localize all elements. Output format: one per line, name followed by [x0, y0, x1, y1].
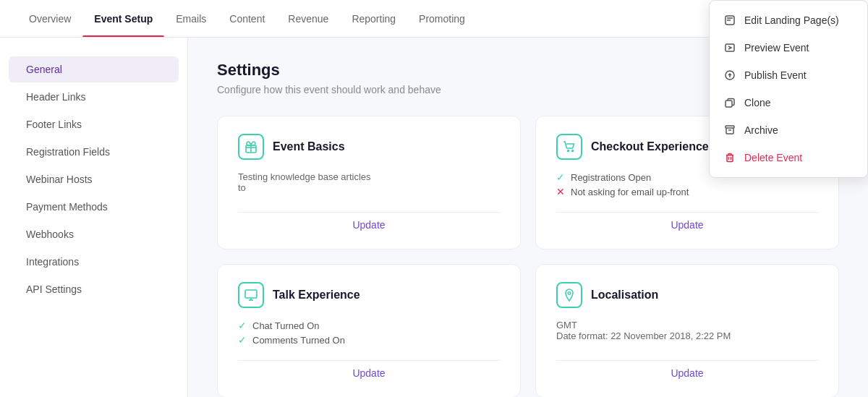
checkout-experience-title: Checkout Experience — [591, 140, 709, 153]
talk-experience-title: Talk Experience — [273, 289, 360, 302]
sidebar-item-integrations[interactable]: Integrations — [9, 249, 179, 275]
localisation-text2: Date format: 22 November 2018, 2:22 PM — [556, 330, 818, 341]
talk-experience-body: ✓ Chat Turned On ✓ Comments Turned On — [238, 320, 500, 349]
event-basics-card: Event Basics Testing knowledge base arti… — [217, 116, 521, 249]
nav-item-revenue[interactable]: Revenue — [276, 1, 340, 36]
talk-experience-update-button[interactable]: Update — [352, 367, 385, 379]
svg-point-15 — [568, 150, 569, 152]
talk-experience-header: Talk Experience — [238, 282, 500, 308]
delete-icon — [724, 152, 736, 163]
event-basics-text2: to — [238, 182, 500, 193]
event-basics-body: Testing knowledge base articles to — [238, 171, 500, 200]
cart-icon — [556, 134, 582, 160]
localisation-footer: Update — [556, 360, 818, 380]
sidebar-item-payment-methods[interactable]: Payment Methods — [9, 194, 179, 220]
checkout-check-2: ✕ Not asking for email up-front — [556, 186, 818, 197]
localisation-title: Localisation — [591, 289, 658, 302]
clone-item[interactable]: Clone — [710, 89, 867, 116]
event-basics-text1: Testing knowledge base articles — [238, 171, 500, 182]
checkout-experience-update-button[interactable]: Update — [671, 219, 703, 231]
event-basics-title: Event Basics — [273, 140, 345, 153]
pin-icon — [556, 282, 582, 308]
sidebar-item-registration-fields[interactable]: Registration Fields — [9, 139, 179, 165]
nav-item-overview[interactable]: Overview — [17, 1, 82, 36]
nav-item-emails[interactable]: Emails — [164, 1, 218, 36]
sidebar-item-webinar-hosts[interactable]: Webinar Hosts — [9, 166, 179, 192]
event-basics-footer: Update — [238, 212, 500, 231]
svg-rect-3 — [726, 44, 734, 51]
localisation-update-button[interactable]: Update — [671, 367, 703, 379]
check-icon-2: ✓ — [238, 320, 247, 331]
checkout-experience-footer: Update — [556, 212, 818, 231]
svg-rect-7 — [726, 126, 734, 128]
talk-experience-footer: Update — [238, 360, 500, 380]
preview-icon — [724, 42, 736, 54]
svg-point-16 — [572, 150, 574, 152]
archive-icon — [724, 124, 736, 136]
check-icon-3: ✓ — [238, 334, 247, 346]
sidebar-item-header-links[interactable]: Header Links — [9, 84, 179, 110]
clone-icon — [724, 97, 736, 108]
talk-check-2: ✓ Comments Turned On — [238, 334, 500, 346]
talk-check-1: ✓ Chat Turned On — [238, 320, 500, 331]
page-icon — [724, 14, 736, 26]
archive-item[interactable]: Archive — [710, 116, 867, 144]
check-icon-1: ✓ — [556, 171, 565, 183]
sidebar-item-general[interactable]: General — [9, 56, 179, 82]
sidebar-item-api-settings[interactable]: API Settings — [9, 276, 179, 302]
action-dropdown: Edit Landing Page(s) Preview Event Publi… — [709, 0, 868, 178]
nav-item-reporting[interactable]: Reporting — [340, 1, 407, 36]
sidebar-item-webhooks[interactable]: Webhooks — [9, 221, 179, 247]
event-basics-update-button[interactable]: Update — [352, 219, 385, 231]
svg-point-20 — [568, 292, 571, 295]
sidebar-item-footer-links[interactable]: Footer Links — [9, 111, 179, 137]
monitor-icon — [238, 282, 264, 308]
top-nav: Overview Event Setup Emails Content Reve… — [0, 0, 868, 38]
publish-event-item[interactable]: Publish Event — [710, 61, 867, 89]
localisation-card: Localisation GMT Date format: 22 Novembe… — [535, 264, 839, 397]
cross-icon-1: ✕ — [556, 186, 565, 197]
delete-event-item[interactable]: Delete Event — [710, 144, 867, 171]
localisation-text1: GMT — [556, 320, 818, 330]
preview-event-item[interactable]: Preview Event — [710, 34, 867, 61]
svg-rect-17 — [245, 290, 257, 298]
nav-item-event-setup[interactable]: Event Setup — [82, 1, 164, 36]
svg-rect-6 — [726, 101, 732, 107]
sidebar: General Header Links Footer Links Regist… — [0, 38, 188, 397]
edit-landing-item[interactable]: Edit Landing Page(s) — [710, 7, 867, 34]
gift-icon — [238, 134, 264, 160]
nav-item-content[interactable]: Content — [218, 1, 276, 36]
svg-rect-9 — [727, 155, 733, 162]
localisation-header: Localisation — [556, 282, 818, 308]
nav-item-promoting[interactable]: Promoting — [407, 1, 477, 36]
publish-icon — [724, 69, 736, 81]
talk-experience-card: Talk Experience ✓ Chat Turned On ✓ Comme… — [217, 264, 521, 397]
localisation-body: GMT Date format: 22 November 2018, 2:22 … — [556, 320, 818, 349]
event-basics-header: Event Basics — [238, 134, 500, 160]
